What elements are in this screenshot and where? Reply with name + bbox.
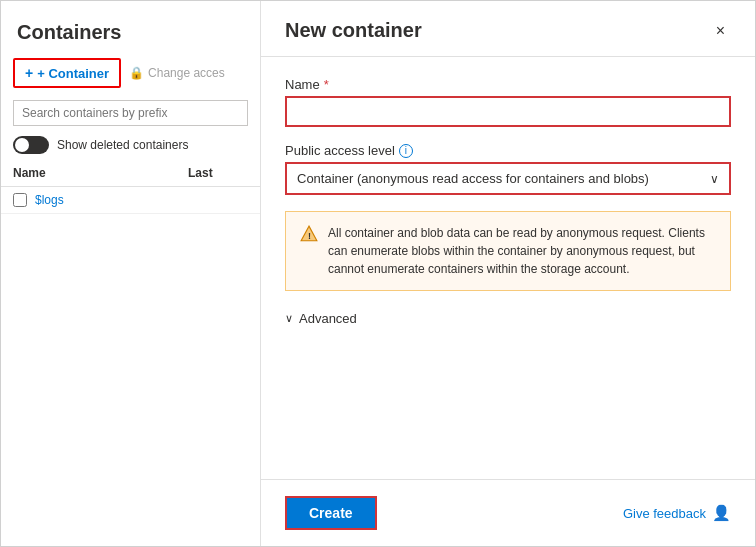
access-level-value: Container (anonymous read access for con… <box>297 171 649 186</box>
col-header-last: Last <box>188 166 248 180</box>
warning-box: ! All container and blob data can be rea… <box>285 211 731 291</box>
row-checkbox[interactable] <box>13 193 27 207</box>
access-level-form-group: Public access level i Container (anonymo… <box>285 143 731 195</box>
advanced-label: Advanced <box>299 311 357 326</box>
plus-icon: + <box>25 65 33 81</box>
containers-panel: Containers + + Container 🔒 Change acces … <box>1 1 261 546</box>
containers-title: Containers <box>1 1 260 54</box>
chevron-down-icon: ∨ <box>710 172 719 186</box>
toggle-deleted-containers-row: Show deleted containers <box>1 130 260 160</box>
info-icon[interactable]: i <box>399 144 413 158</box>
feedback-icon: 👤 <box>712 504 731 522</box>
close-button[interactable]: × <box>710 20 731 42</box>
panel-header: New container × <box>261 1 755 57</box>
advanced-chevron-icon: ∨ <box>285 312 293 325</box>
warning-triangle-icon: ! <box>300 225 318 243</box>
col-header-name: Name <box>13 166 188 180</box>
show-deleted-toggle[interactable] <box>13 136 49 154</box>
warning-text: All container and blob data can be read … <box>328 224 716 278</box>
change-access-label: Change acces <box>148 66 225 80</box>
change-access-button[interactable]: 🔒 Change acces <box>129 66 225 80</box>
lock-icon: 🔒 <box>129 66 144 80</box>
add-container-label: + Container <box>37 66 109 81</box>
name-form-group: Name * <box>285 77 731 127</box>
required-star: * <box>324 77 329 92</box>
create-button[interactable]: Create <box>285 496 377 530</box>
toggle-label: Show deleted containers <box>57 138 188 152</box>
feedback-label: Give feedback <box>623 506 706 521</box>
name-label: Name * <box>285 77 731 92</box>
give-feedback-link[interactable]: Give feedback 👤 <box>623 504 731 522</box>
containers-toolbar: + + Container 🔒 Change acces <box>1 54 260 92</box>
advanced-section[interactable]: ∨ Advanced <box>285 307 731 330</box>
new-container-panel: New container × Name * Public access lev… <box>261 1 755 546</box>
panel-footer: Create Give feedback 👤 <box>261 479 755 546</box>
search-input[interactable] <box>13 100 248 126</box>
panel-title: New container <box>285 19 422 42</box>
access-level-select[interactable]: Container (anonymous read access for con… <box>285 162 731 195</box>
table-row[interactable]: $logs <box>1 187 260 214</box>
add-container-button[interactable]: + + Container <box>13 58 121 88</box>
access-level-label: Public access level i <box>285 143 731 158</box>
table-header: Name Last <box>1 160 260 187</box>
name-input[interactable] <box>285 96 731 127</box>
svg-text:!: ! <box>308 231 311 241</box>
container-name-cell[interactable]: $logs <box>35 193 188 207</box>
panel-body: Name * Public access level i Container (… <box>261 57 755 479</box>
